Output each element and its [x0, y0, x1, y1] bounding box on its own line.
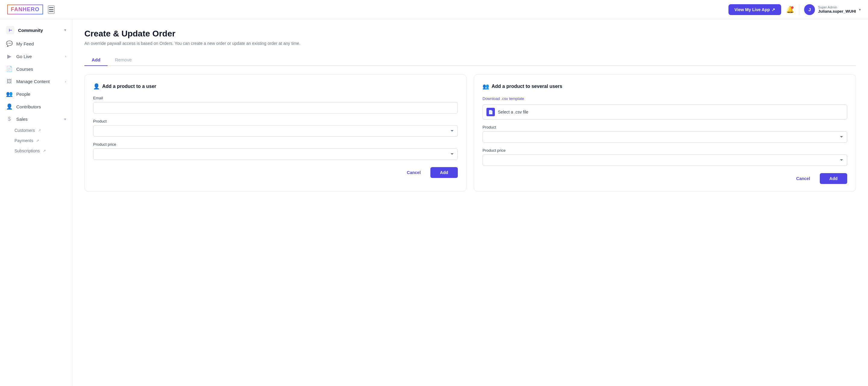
- people-label: People: [16, 92, 66, 97]
- page-subtitle: An override paywall access is based on O…: [84, 41, 856, 46]
- bulk-cancel-button[interactable]: Cancel: [790, 173, 816, 184]
- manage-content-label: Manage Content: [16, 79, 61, 84]
- play-icon: ▶: [6, 53, 13, 60]
- product-select[interactable]: [93, 125, 458, 137]
- email-group: Email: [93, 96, 458, 113]
- card-single-title: 👤 Add a product to a user: [93, 83, 458, 90]
- bulk-product-price-label: Product price: [483, 148, 847, 153]
- sidebar-item-my-feed[interactable]: 💬 My Feed: [0, 37, 72, 50]
- manage-content-arrow-icon: ›: [65, 79, 66, 84]
- card-single-actions: Cancel Add: [93, 167, 458, 178]
- sales-label: Sales: [16, 116, 61, 121]
- product-price-group: Product price: [93, 142, 458, 160]
- topnav-right: View My Live App ↗ 🔔 J Super Admin Julia…: [728, 4, 861, 15]
- notification-dot: [791, 6, 794, 9]
- sidebar-item-customers[interactable]: Customers ↗: [0, 125, 72, 136]
- bulk-product-price-select[interactable]: [483, 154, 847, 166]
- sidebar-item-manage-content[interactable]: 🖼 Manage Content ›: [0, 75, 72, 87]
- tab-remove[interactable]: Remove: [107, 54, 139, 66]
- my-feed-label: My Feed: [16, 41, 66, 46]
- product-price-select[interactable]: [93, 148, 458, 160]
- notifications-button[interactable]: 🔔: [786, 6, 794, 13]
- main-content: Create & Update Order An override paywal…: [72, 19, 868, 386]
- bulk-user-icon: 👥: [483, 83, 489, 90]
- contributors-icon: 👤: [6, 103, 13, 110]
- user-name: Juliana.super_WUHI: [818, 9, 856, 13]
- file-icon: 📄: [487, 108, 495, 116]
- card-bulk-user: 👥 Add a product to several users Downloa…: [474, 74, 856, 191]
- bulk-product-price-group: Product price: [483, 148, 847, 166]
- tab-add[interactable]: Add: [84, 54, 107, 66]
- sidebar-item-subscriptions[interactable]: Subscriptions ↗: [0, 146, 72, 156]
- card-bulk-actions: Cancel Add: [483, 173, 847, 184]
- fh-icon: ⊢: [6, 26, 14, 34]
- external-link-icon: ↗: [772, 7, 775, 12]
- nav-divider: [799, 4, 799, 15]
- community-chevron-icon: ▾: [64, 28, 66, 32]
- customers-label: Customers: [14, 128, 35, 133]
- view-live-button[interactable]: View My Live App ↗: [728, 4, 781, 15]
- subscriptions-label: Subscriptions: [14, 148, 40, 153]
- sales-chevron-icon: ▾: [64, 117, 66, 121]
- logo[interactable]: FANHERO: [7, 4, 43, 14]
- go-live-arrow-icon: ›: [65, 54, 66, 59]
- sidebar-item-courses[interactable]: 📄 Courses: [0, 63, 72, 75]
- sidebar-community-label: Community: [18, 28, 61, 33]
- bulk-product-group: Product: [483, 125, 847, 143]
- sidebar-item-go-live[interactable]: ▶ Go Live ›: [0, 50, 72, 63]
- product-price-label: Product price: [93, 142, 458, 147]
- user-role: Super Admin: [818, 5, 856, 9]
- download-csv-link[interactable]: Download .csv template: [483, 96, 524, 101]
- csv-placeholder-text: Select a .csv file: [498, 110, 528, 114]
- customers-ext-icon: ↗: [38, 128, 41, 133]
- csv-download-group: Download .csv template 📄 Select a .csv f…: [483, 96, 847, 119]
- cards-row: 👤 Add a product to a user Email Product …: [84, 74, 856, 191]
- go-live-label: Go Live: [16, 54, 61, 59]
- csv-file-selector[interactable]: 📄 Select a .csv file: [483, 104, 847, 119]
- topnav: FANHERO ☰ View My Live App ↗ 🔔 J Super A…: [0, 0, 868, 19]
- contributors-label: Contributors: [16, 104, 66, 109]
- card-single-user: 👤 Add a product to a user Email Product …: [84, 74, 467, 191]
- card-bulk-title: 👥 Add a product to several users: [483, 83, 847, 90]
- user-text: Super Admin Juliana.super_WUHI: [818, 5, 856, 13]
- view-live-label: View My Live App: [735, 7, 770, 12]
- email-label: Email: [93, 96, 458, 100]
- page-title: Create & Update Order: [84, 29, 856, 39]
- chevron-down-icon: ▾: [859, 7, 861, 12]
- payments-ext-icon: ↗: [36, 139, 39, 143]
- sidebar: ⊢ Community ▾ 💬 My Feed ▶ Go Live › 📄 Co…: [0, 19, 72, 386]
- sidebar-item-sales[interactable]: $ Sales ▾: [0, 113, 72, 125]
- tabs: Add Remove: [84, 54, 856, 66]
- email-input[interactable]: [93, 102, 458, 113]
- avatar: J: [804, 4, 815, 15]
- product-label: Product: [93, 119, 458, 124]
- chat-icon: 💬: [6, 40, 13, 47]
- hamburger-button[interactable]: ☰: [48, 5, 55, 14]
- bulk-product-label: Product: [483, 125, 847, 130]
- topnav-left: FANHERO ☰: [7, 4, 55, 14]
- people-icon: 👥: [6, 91, 13, 97]
- bulk-product-select[interactable]: [483, 131, 847, 143]
- sales-icon: $: [6, 116, 13, 122]
- payments-label: Payments: [14, 138, 33, 143]
- sidebar-item-contributors[interactable]: 👤 Contributors: [0, 100, 72, 113]
- sidebar-item-payments[interactable]: Payments ↗: [0, 136, 72, 146]
- courses-icon: 📄: [6, 66, 13, 72]
- bulk-add-button[interactable]: Add: [820, 173, 847, 184]
- single-cancel-button[interactable]: Cancel: [401, 167, 427, 178]
- single-user-icon: 👤: [93, 83, 100, 90]
- content-icon: 🖼: [6, 78, 13, 84]
- subscriptions-ext-icon: ↗: [43, 149, 46, 153]
- courses-label: Courses: [16, 67, 66, 72]
- layout: ⊢ Community ▾ 💬 My Feed ▶ Go Live › 📄 Co…: [0, 19, 868, 386]
- sidebar-item-people[interactable]: 👥 People: [0, 87, 72, 100]
- product-group: Product: [93, 119, 458, 137]
- sidebar-community[interactable]: ⊢ Community ▾: [0, 23, 72, 37]
- single-add-button[interactable]: Add: [430, 167, 458, 178]
- user-menu[interactable]: J Super Admin Juliana.super_WUHI ▾: [804, 4, 861, 15]
